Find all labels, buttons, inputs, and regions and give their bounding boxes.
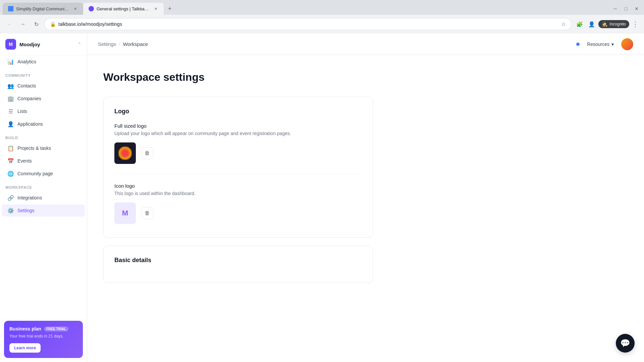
settings-icon: ⚙️ [7,207,14,214]
companies-icon: 🏢 [7,95,14,102]
full-sized-logo-upload-row: 🗑 [114,142,362,164]
workspace-avatar: M [5,39,16,50]
sidebar-contacts-label: Contacts [17,83,36,88]
full-sized-logo-image [118,146,132,160]
workspace-chevron-icon[interactable]: ⌃ [77,42,82,47]
icon-logo-desc: This logo is used within the dashboard. [114,190,362,197]
resources-label: Resources [587,42,609,47]
icon-logo-label: Icon logo [114,183,362,189]
tab-1-favicon [8,6,13,11]
tab-2-label: General settings | Talkbase.io [97,6,150,11]
chat-icon: 💬 [620,339,630,348]
sidebar-integrations-label: Integrations [17,195,42,200]
sidebar-item-lists[interactable]: ☰ Lists [2,105,85,117]
sidebar-analytics-label: Analytics [17,59,36,64]
tab-1-close[interactable]: ✕ [72,6,78,11]
breadcrumb-separator: / [119,41,120,47]
top-bar: Settings / Workspace Resources ▾ [87,34,644,55]
sidebar-settings-label: Settings [17,208,35,213]
sidebar-events-label: Events [17,158,32,164]
incognito-badge: 🕵️ Incognito [598,20,629,28]
profile-button[interactable]: 👤 [586,19,597,29]
sidebar-community-page-label: Community page [17,171,53,176]
free-trial-badge: FREE TRIAL [44,326,68,331]
sidebar-item-settings[interactable]: ⚙️ Settings [2,204,85,217]
tab-2-close[interactable]: ✕ [153,6,158,11]
tab-1[interactable]: Simplify Digital Community Ma... ✕ [3,3,83,15]
browser-menu-button[interactable]: ⋮ [631,19,640,29]
sidebar-item-companies[interactable]: 🏢 Companies [2,93,85,105]
back-button[interactable]: ← [4,19,15,29]
page-content: Workspace settings Logo Full sized logo … [87,55,389,307]
logo-section: Logo Full sized logo Upload your logo wh… [103,97,373,238]
resources-chevron-icon: ▾ [611,42,614,47]
minimize-button[interactable]: ─ [610,4,620,13]
logo-divider [114,173,362,174]
lock-icon: 🔒 [50,21,56,27]
sidebar-item-integrations[interactable]: 🔗 Integrations [2,192,85,204]
tab-2[interactable]: General settings | Talkbase.io ✕ [83,3,164,15]
sidebar-applications-label: Applications [17,121,43,127]
breadcrumb: Settings / Workspace [98,41,148,47]
maximize-button[interactable]: □ [621,4,631,13]
sidebar-item-projects[interactable]: 📋 Projects & tasks [2,142,85,154]
banner-description: Your free trial ends in 21 days. [9,334,77,339]
workspace-header[interactable]: M Moodjoy ⌃ [0,34,87,55]
breadcrumb-settings[interactable]: Settings [98,41,116,47]
chat-support-button[interactable]: 💬 [616,334,635,353]
icon-logo-upload-row: M 🗑 [114,202,362,224]
sidebar-item-contacts[interactable]: 👥 Contacts [2,80,85,92]
business-plan-banner: Business plan FREE TRIAL Your free trial… [4,321,83,358]
learn-more-button[interactable]: Learn more [9,343,41,353]
sidebar-companies-label: Companies [17,96,41,101]
icon-logo-preview[interactable]: M [114,202,136,224]
close-browser-button[interactable]: ✕ [632,4,641,13]
sidebar-item-events[interactable]: 📅 Events [2,155,85,167]
full-sized-logo-delete-button[interactable]: 🗑 [141,147,153,159]
online-indicator [576,43,580,46]
full-sized-logo-preview[interactable] [114,142,136,164]
icon-logo-letter: M [122,209,128,218]
full-sized-logo-field: Full sized logo Upload your logo which w… [114,123,362,164]
sidebar-lists-label: Lists [17,109,27,114]
build-section-label: BUILD [0,130,87,142]
url-text: talkbase.io/w/moodjoy/settings [58,21,558,27]
workspace-section-label: WORKSPACE [0,180,87,191]
forward-button[interactable]: → [17,19,28,29]
community-section-label: COMMUNITY [0,68,87,79]
basic-details-section: Basic details [103,246,373,283]
sidebar-item-analytics[interactable]: 📊 Analytics [2,56,85,68]
incognito-label: Incognito [609,22,626,26]
tab-1-label: Simplify Digital Community Ma... [16,6,70,11]
applications-icon: 👤 [7,121,14,127]
sidebar-item-applications[interactable]: 👤 Applications [2,118,85,130]
incognito-icon: 🕵️ [602,21,607,27]
sidebar-projects-label: Projects & tasks [17,145,51,151]
bookmark-icon[interactable]: ☆ [561,21,566,27]
top-bar-actions: Resources ▾ [576,38,633,50]
icon-logo-delete-button[interactable]: 🗑 [141,207,153,219]
breadcrumb-workspace: Workspace [123,41,148,47]
extensions-button[interactable]: 🧩 [574,19,585,29]
icon-logo-field: Icon logo This logo is used within the d… [114,183,362,224]
workspace-name: Moodjoy [19,42,74,47]
resources-button[interactable]: Resources ▾ [584,40,617,49]
contacts-icon: 👥 [7,82,14,89]
banner-title: Business plan [9,326,41,331]
community-page-icon: 🌐 [7,170,14,177]
user-avatar[interactable] [621,38,633,50]
logo-section-title: Logo [114,108,362,115]
basic-details-title: Basic details [114,257,362,264]
page-title: Workspace settings [103,71,373,83]
lists-icon: ☰ [7,108,14,115]
sidebar: M Moodjoy ⌃ 📊 Analytics COMMUNITY 👥 Cont… [0,34,87,362]
new-tab-button[interactable]: + [165,4,174,13]
projects-icon: 📋 [7,145,14,152]
integrations-icon: 🔗 [7,194,14,201]
events-icon: 📅 [7,158,14,164]
reload-button[interactable]: ↻ [31,19,42,29]
full-sized-logo-desc: Upload your logo which will appear on co… [114,130,362,137]
address-bar[interactable]: 🔒 talkbase.io/w/moodjoy/settings ☆ [44,18,572,30]
main-content: Settings / Workspace Resources ▾ Workspa… [87,34,644,362]
sidebar-item-community-page[interactable]: 🌐 Community page [2,168,85,180]
